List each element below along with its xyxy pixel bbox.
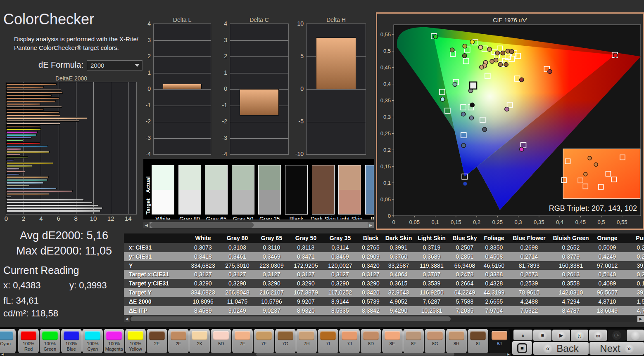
patch-color-chip: [363, 331, 379, 340]
scroll-right-icon[interactable]: ▶: [506, 353, 511, 356]
table-cell: 4,9052: [384, 297, 413, 306]
delta-e-bar: [6, 176, 49, 178]
delta-e-bar: [6, 128, 41, 130]
refresh-button[interactable]: ⟳: [608, 330, 626, 341]
scroll-left-icon[interactable]: ◀: [124, 316, 130, 322]
patch-tab-7g[interactable]: 7G: [275, 329, 296, 354]
extra-button[interactable]: [627, 330, 644, 341]
swatch-light-skin: [338, 165, 361, 215]
patch-tab-8h[interactable]: 8H: [446, 329, 467, 354]
measured-point-marker: [469, 116, 473, 120]
chevron-down-icon: [135, 64, 140, 67]
scroll-right-icon[interactable]: ▶: [637, 316, 644, 322]
table-cell: 0,3127: [254, 270, 289, 279]
table-row: Target Y334,6823266,8048216,2107167,3879…: [124, 288, 644, 297]
y-tick-label: -2: [213, 118, 227, 125]
target-color: [285, 190, 307, 214]
table-cell: 39,771: [622, 261, 644, 270]
patch-tab-7f[interactable]: 7F: [254, 329, 274, 354]
table-cell: 0,2127: [622, 270, 644, 279]
table-cell: 0,2851: [450, 252, 479, 261]
patch-tab-8d[interactable]: 8D: [361, 329, 381, 354]
y-tick-label: 3: [213, 37, 227, 43]
table-cell: 0,3127: [357, 270, 384, 279]
scrollbar-thumb[interactable]: [150, 222, 254, 228]
measured-point-marker: [490, 59, 494, 64]
y-tick-label: -4: [137, 151, 151, 157]
scroll-up-button[interactable]: ▲: [513, 330, 532, 340]
frame-button[interactable]: [·]: [571, 330, 588, 341]
swatch-label: Blue: [361, 216, 374, 219]
patch-tab-100-cyan[interactable]: 100% Cyan: [82, 329, 103, 354]
patch-tab-100-yellow[interactable]: 100% Yellow: [125, 329, 146, 354]
x-tick-label: 0,5: [597, 219, 605, 225]
x-tick-label: 0,3: [514, 219, 522, 225]
play-icon: ▶: [557, 331, 566, 340]
patch-tab-7e[interactable]: 7E: [232, 329, 253, 354]
y-tick-label: 1: [137, 69, 151, 76]
scrollbar-thumb[interactable]: [256, 353, 454, 356]
patch-tab-8g[interactable]: 8G: [425, 329, 445, 354]
row-label: Y: [124, 261, 186, 270]
patch-tab-100-green[interactable]: 100% Green: [40, 329, 60, 354]
table-cell: 10,8096: [186, 297, 220, 306]
table-cell: 9,0237: [254, 306, 289, 315]
gridline: [154, 122, 211, 122]
y-tick-label: 10: [290, 20, 304, 27]
table-cell: 120,0027: [323, 261, 357, 270]
loop-button[interactable]: ∞: [589, 330, 607, 341]
patch-tab-7h[interactable]: 7H: [296, 329, 317, 354]
target-color: [205, 190, 227, 214]
measured-point-marker: [462, 54, 466, 58]
patch-tab-7i[interactable]: 7I: [318, 329, 338, 354]
swatch-strip-scrollbar[interactable]: ◀ ▶: [143, 222, 374, 228]
next-button[interactable]: Next »: [589, 342, 644, 355]
patch-tab-5d[interactable]: 5D: [211, 329, 231, 354]
tabs-scrollbar[interactable]: ◀ ▶: [0, 353, 511, 356]
table-cell: 266,8048: [220, 288, 254, 297]
patch-tab-8j[interactable]: 8J: [489, 329, 510, 354]
description: Display analysis is performed with the X…: [14, 35, 146, 52]
patch-color-chip: [192, 331, 207, 340]
table-cell: 0,3290: [323, 279, 357, 288]
patch-color-chip: [213, 331, 229, 340]
x-tick-label: 14: [125, 215, 132, 222]
delta-e-chart-title: DeltaE 2000: [6, 75, 137, 82]
patch-tab-2e[interactable]: 2E: [147, 329, 167, 354]
scroll-right-icon[interactable]: ▶: [368, 222, 374, 228]
stop-button[interactable]: ■: [533, 330, 551, 341]
patch-tab-100-magenta[interactable]: 100% Magenta: [104, 329, 124, 354]
table-cell: 0,5739: [357, 297, 384, 306]
stop-icon: ■: [538, 331, 547, 340]
play-button[interactable]: ▶: [552, 330, 570, 341]
table-cell: 0,4508: [479, 252, 509, 261]
y-tick-label: 4: [213, 20, 227, 27]
patch-tab-cyan[interactable]: Cyan: [0, 329, 16, 354]
scroll-left-icon[interactable]: ◀: [143, 222, 150, 228]
patch-tab-2k[interactable]: 2K: [189, 329, 210, 354]
y-tick-label: 2: [137, 53, 151, 59]
patch-tab-8f[interactable]: 8F: [403, 329, 424, 354]
back-button[interactable]: « Back: [533, 342, 589, 355]
patch-tab-100-blue[interactable]: 100% Blue: [61, 329, 82, 354]
table-cell: 0,2909: [357, 252, 384, 261]
patch-tab-2f[interactable]: 2F: [168, 329, 189, 354]
patch-tab-100-red[interactable]: 100% Red: [18, 329, 39, 354]
delta-e-bar: [6, 190, 73, 192]
de-formula-dropdown[interactable]: 2000: [87, 60, 143, 71]
patch-tab-label: 2K: [189, 341, 210, 347]
scrollbar-thumb[interactable]: [131, 316, 451, 321]
patch-window-button[interactable]: ■: [512, 341, 532, 355]
patch-tab-8i[interactable]: 8I: [468, 329, 488, 354]
gridline: [76, 82, 76, 214]
column-header: Orange: [592, 233, 622, 243]
scroll-left-icon[interactable]: ◀: [0, 353, 5, 356]
table-cell: 0,3127: [186, 270, 220, 279]
table-scrollbar[interactable]: ◀ ▶: [124, 316, 644, 322]
patch-tab-7j[interactable]: 7J: [339, 329, 360, 354]
table-cell: 0,2698: [509, 243, 549, 252]
measured-point-marker: [506, 49, 510, 53]
patch-tab-8e[interactable]: 8E: [382, 329, 403, 354]
table-cell: 0,3779: [549, 252, 592, 261]
y-tick-label: 0,15: [380, 163, 391, 170]
